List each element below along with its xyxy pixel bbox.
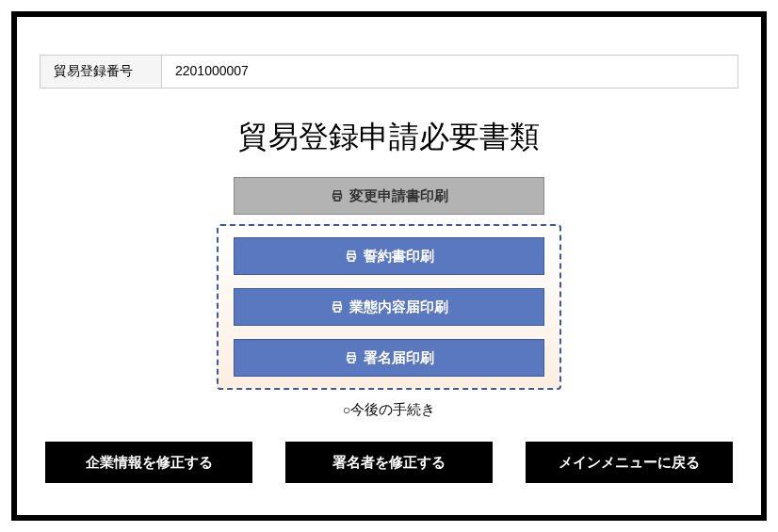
edit-company-button[interactable]: 企業情報を修正する: [45, 442, 252, 483]
svg-rect-1: [334, 197, 339, 201]
button-label: 署名届印刷: [364, 349, 434, 367]
circle-bullet: ○: [343, 402, 350, 417]
edit-signer-button[interactable]: 署名者を修正する: [285, 442, 493, 483]
next-steps-link[interactable]: ○今後の手続き: [40, 401, 738, 419]
change-application-print-button[interactable]: 変更申請書印刷: [234, 177, 544, 215]
next-steps-text: 今後の手続き: [350, 401, 435, 417]
business-report-print-button[interactable]: 業態内容届印刷: [234, 288, 544, 326]
main-menu-button[interactable]: メインメニューに戻る: [526, 442, 733, 483]
page-title: 貿易登録申請必要書類: [40, 117, 738, 158]
signature-report-print-button[interactable]: 署名届印刷: [234, 339, 544, 377]
button-label: 誓約書印刷: [364, 248, 434, 266]
print-buttons-area: 変更申請書印刷 誓約書印刷: [40, 177, 738, 390]
print-icon: [345, 250, 358, 263]
bottom-buttons-row: 企業情報を修正する 署名者を修正する メインメニューに戻る: [40, 442, 738, 483]
svg-rect-5: [334, 308, 339, 312]
svg-rect-7: [348, 359, 353, 363]
main-frame: 貿易登録番号 2201000007 貿易登録申請必要書類 変更申請書印刷: [11, 11, 767, 521]
registration-number-value: 2201000007: [162, 55, 738, 89]
button-label: 変更申請書印刷: [349, 187, 448, 205]
required-documents-box: 誓約書印刷 業態内容届印刷: [217, 224, 561, 390]
registration-number-row: 貿易登録番号 2201000007: [40, 55, 738, 89]
print-icon: [331, 300, 344, 314]
registration-number-label: 貿易登録番号: [40, 55, 162, 89]
button-label: 業態内容届印刷: [349, 298, 448, 316]
pledge-print-button[interactable]: 誓約書印刷: [234, 237, 544, 275]
print-icon: [331, 189, 344, 202]
print-icon: [345, 351, 358, 364]
svg-rect-3: [348, 257, 353, 261]
